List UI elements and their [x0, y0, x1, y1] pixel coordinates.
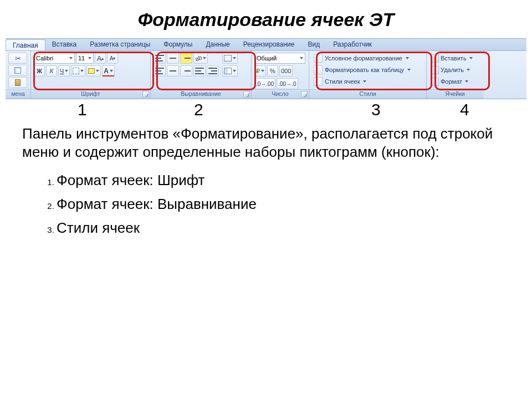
- chevron-down-icon: [363, 80, 366, 83]
- align-top-icon: [155, 55, 164, 62]
- group-cells: Вставить Удалить Формат Ячейки: [427, 51, 483, 99]
- decrease-decimal-button[interactable]: .00→.0: [277, 78, 298, 89]
- wrap-text-icon: [224, 55, 232, 62]
- merge-center-button[interactable]: [222, 65, 238, 76]
- format-as-table-button[interactable]: Форматировать как таблицу: [312, 64, 423, 75]
- scissors-icon: ✂: [15, 55, 21, 62]
- dialog-launcher-icon[interactable]: [243, 91, 250, 98]
- dec-decimal-icon: .00→.0: [278, 81, 296, 87]
- orientation-icon: ab: [194, 54, 203, 62]
- tab-insert[interactable]: Вставка: [45, 39, 84, 50]
- copy-icon: [14, 67, 21, 74]
- group-label-cells: Ячейки: [427, 89, 483, 99]
- format-painter-button[interactable]: [8, 77, 27, 88]
- chevron-down-icon: [69, 57, 73, 59]
- tab-pagelayout[interactable]: Разметка страницы: [83, 39, 157, 50]
- chevron-down-icon: [469, 57, 473, 59]
- group-clipboard: ✂ мена: [6, 51, 31, 99]
- cell-styles-button[interactable]: Стили ячеек: [312, 76, 423, 87]
- align-middle-button[interactable]: [167, 53, 179, 64]
- font-color-icon: A: [104, 67, 109, 75]
- currency-icon: ₽: [256, 68, 260, 75]
- align-right-button[interactable]: [180, 65, 192, 76]
- shrink-font-button[interactable]: A▾: [107, 53, 118, 64]
- format-cells-button[interactable]: Формат: [429, 76, 480, 87]
- tab-review[interactable]: Рецензирование: [237, 39, 301, 50]
- conditional-formatting-icon: [314, 54, 323, 63]
- align-bottom-button[interactable]: [180, 53, 192, 64]
- tab-data[interactable]: Данные: [199, 39, 236, 50]
- copy-button[interactable]: [8, 65, 27, 76]
- brush-icon: [15, 79, 21, 86]
- group-label-alignment: Выравнивание: [151, 89, 251, 99]
- number-labels: 1 2 3 4: [22, 100, 510, 122]
- bucket-icon: [88, 68, 95, 74]
- group-styles: Условное форматирование Форматировать ка…: [309, 51, 427, 99]
- tab-home[interactable]: Главная: [6, 39, 45, 50]
- group-label-font: Шрифт: [31, 89, 150, 99]
- grow-font-button[interactable]: A▴: [95, 53, 106, 64]
- inc-decimal-icon: .0→.00: [256, 81, 274, 87]
- group-alignment: ab: [151, 51, 252, 99]
- format-icon: [431, 78, 439, 86]
- percent-button[interactable]: %: [267, 65, 278, 76]
- align-right-icon: [182, 68, 191, 74]
- tab-view[interactable]: Вид: [301, 39, 326, 50]
- feature-list: Формат ячеек: Шрифт Формат ячеек: Выравн…: [22, 172, 510, 237]
- list-item: Формат ячеек: Выравнивание: [57, 196, 510, 213]
- wrap-text-button[interactable]: [222, 53, 238, 64]
- description-paragraph: Панель инструментов «Форматирование», ра…: [22, 125, 510, 162]
- group-font: Calibri 11 A▴ A▾ Ж К Ч A: [31, 51, 151, 99]
- insert-cells-button[interactable]: Вставить: [429, 53, 480, 64]
- chevron-down-icon: [465, 80, 468, 83]
- align-middle-icon: [168, 55, 177, 62]
- number-format-combo[interactable]: Общий: [254, 53, 305, 64]
- group-number: Общий ₽ % 000 .0→.00 .00→.0 Число: [252, 51, 309, 99]
- align-center-button[interactable]: [167, 65, 179, 76]
- increase-decimal-button[interactable]: .0→.00: [254, 78, 275, 89]
- cell-styles-icon: [314, 77, 323, 86]
- font-color-button[interactable]: A: [102, 65, 115, 76]
- num-3: 3: [371, 100, 381, 119]
- chevron-down-icon: [88, 57, 91, 59]
- indent-right-icon: [208, 68, 217, 74]
- align-left-button[interactable]: [154, 65, 166, 76]
- accounting-format-button[interactable]: ₽: [254, 65, 266, 76]
- italic-button[interactable]: К: [46, 65, 57, 76]
- orientation-button[interactable]: ab: [193, 53, 208, 64]
- increase-indent-button[interactable]: [207, 65, 219, 76]
- ribbon-tabs: Главная Вставка Разметка страницы Формул…: [6, 39, 526, 51]
- fill-color-button[interactable]: [86, 65, 101, 76]
- dialog-launcher-icon[interactable]: [301, 91, 308, 98]
- decrease-indent-button[interactable]: [193, 65, 206, 76]
- group-label-styles: Стили: [309, 89, 426, 99]
- insert-icon: [431, 54, 439, 63]
- align-top-button[interactable]: [154, 53, 166, 64]
- underline-button[interactable]: Ч: [58, 65, 70, 76]
- ribbon-screenshot: Главная Вставка Разметка страницы Формул…: [6, 38, 526, 99]
- chevron-down-icon: [300, 57, 303, 59]
- font-name-combo[interactable]: Calibri: [34, 53, 75, 64]
- chevron-down-icon: [406, 57, 409, 59]
- tab-developer[interactable]: Разработчик: [326, 39, 378, 50]
- tab-formulas[interactable]: Формулы: [157, 39, 199, 50]
- bold-button[interactable]: Ж: [34, 65, 45, 76]
- group-label-clipboard: мена: [6, 89, 30, 99]
- chevron-down-icon: [407, 69, 411, 71]
- num-1: 1: [78, 100, 87, 119]
- group-label-number: Число: [252, 89, 309, 99]
- num-4: 4: [460, 100, 469, 119]
- cut-button[interactable]: ✂: [8, 53, 27, 64]
- font-size-combo[interactable]: 11: [76, 53, 94, 64]
- align-bottom-icon: [182, 55, 191, 62]
- dialog-launcher-icon[interactable]: [142, 91, 149, 98]
- merge-icon: [224, 68, 232, 74]
- comma-style-button[interactable]: 000: [279, 65, 293, 76]
- indent-left-icon: [195, 68, 204, 74]
- align-left-icon: [155, 68, 164, 74]
- delete-cells-button[interactable]: Удалить: [429, 64, 480, 75]
- conditional-formatting-button[interactable]: Условное форматирование: [312, 53, 423, 64]
- delete-icon: [431, 66, 439, 74]
- borders-button[interactable]: [71, 65, 85, 76]
- chevron-down-icon: [467, 69, 470, 71]
